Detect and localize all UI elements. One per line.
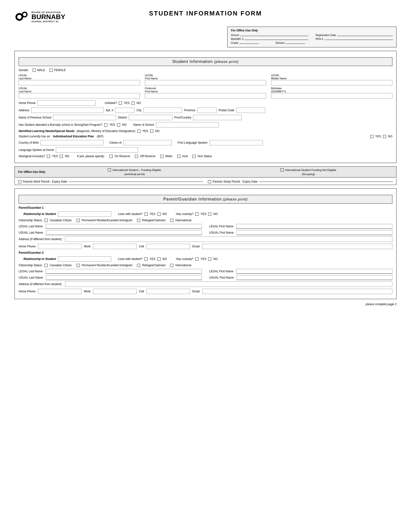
reg-date-underline[interactable] bbox=[337, 36, 393, 36]
custody-yes-checkbox[interactable] bbox=[195, 213, 198, 216]
legal-first-name-input[interactable] bbox=[145, 80, 266, 85]
pg1-cell-input[interactable] bbox=[147, 244, 190, 249]
city-label: City bbox=[136, 109, 141, 112]
pg2-home-phone-input[interactable] bbox=[38, 289, 82, 294]
apt-input[interactable] bbox=[115, 108, 134, 113]
lives-with2-yes-checkbox[interactable] bbox=[145, 257, 148, 261]
learning-needs-yes-checkbox[interactable] bbox=[137, 130, 140, 133]
unlisted-no-checkbox[interactable] bbox=[131, 102, 135, 105]
pg1-usual-last-input[interactable] bbox=[46, 230, 202, 235]
pg1-email-input[interactable] bbox=[202, 244, 392, 249]
birthdate-input[interactable] bbox=[271, 93, 392, 98]
lives-with2-no-checkbox[interactable] bbox=[157, 257, 160, 261]
iep-no-checkbox[interactable] bbox=[383, 135, 386, 138]
pg2-address-input[interactable] bbox=[65, 282, 392, 287]
custody2-no-checkbox[interactable] bbox=[208, 257, 211, 261]
pg2-cell-input[interactable] bbox=[147, 289, 190, 294]
usual-last-name-input[interactable] bbox=[19, 93, 140, 98]
study-permit-checkbox[interactable] bbox=[208, 180, 211, 183]
aboriginal-no-checkbox[interactable] bbox=[60, 155, 63, 158]
pg1-usual-last-label: USUAL Last Name bbox=[19, 231, 43, 234]
pg2-legal-first-input[interactable] bbox=[236, 269, 392, 274]
postal-code-input[interactable] bbox=[236, 108, 265, 113]
pg2-legal-last-input[interactable] bbox=[46, 269, 202, 274]
unlisted-yes-checkbox[interactable] bbox=[119, 102, 122, 105]
lang-home-input[interactable] bbox=[56, 147, 138, 152]
myedbc-underline[interactable] bbox=[245, 40, 308, 40]
citizen-of-input[interactable] bbox=[123, 140, 172, 145]
name-of-school-input[interactable] bbox=[156, 122, 219, 127]
province-label: Province bbox=[184, 109, 195, 112]
refugee-checkbox[interactable] bbox=[137, 219, 140, 222]
usual-last-label1: USUAL bbox=[19, 87, 140, 90]
pg1-label: Parent/Guardian 1 bbox=[19, 206, 44, 209]
prov-country-input[interactable] bbox=[193, 115, 242, 120]
country-birth-input[interactable] bbox=[41, 140, 103, 145]
pg1-work-input[interactable] bbox=[93, 244, 137, 249]
off-reserve-checkbox[interactable] bbox=[135, 155, 138, 158]
refugee2-checkbox[interactable] bbox=[137, 264, 140, 267]
pg1-legal-last-input[interactable] bbox=[46, 224, 202, 229]
on-reserve-checkbox[interactable] bbox=[110, 155, 113, 158]
perm-res2-checkbox[interactable] bbox=[77, 264, 80, 267]
division-underline[interactable] bbox=[286, 44, 305, 44]
pg2-usual-last-input[interactable] bbox=[46, 275, 202, 280]
legal-middle-name-input[interactable] bbox=[271, 80, 392, 85]
city-input[interactable] bbox=[143, 108, 182, 113]
refugee-label: Refugee/Claimant bbox=[142, 218, 165, 222]
lives-with-no-checkbox[interactable] bbox=[157, 213, 160, 216]
custody2-label: Has custody? bbox=[176, 257, 194, 261]
legal-last-label2: Last Name bbox=[19, 77, 140, 80]
custody-no-checkbox[interactable] bbox=[208, 213, 211, 216]
pg2-work-input[interactable] bbox=[93, 289, 137, 294]
legal-middle-label2: Middle Name bbox=[271, 77, 392, 80]
learning-needs-no-checkbox[interactable] bbox=[150, 130, 153, 133]
pg2-usual-first-input[interactable] bbox=[237, 275, 392, 280]
intl-eligible-sub: (work/study permit) bbox=[124, 173, 145, 176]
office-use-label: For Office Use Only bbox=[18, 170, 45, 174]
work-permit-checkbox[interactable] bbox=[18, 180, 21, 183]
district-input[interactable] bbox=[129, 115, 172, 120]
iep-yes-checkbox[interactable] bbox=[370, 135, 373, 138]
custody2-yes-checkbox[interactable] bbox=[195, 257, 198, 261]
address-input[interactable] bbox=[31, 108, 104, 113]
metis-checkbox[interactable] bbox=[160, 155, 163, 158]
intl-eligible-checkbox[interactable] bbox=[108, 168, 111, 171]
province-input[interactable] bbox=[197, 108, 217, 113]
pg1-relationship-input[interactable] bbox=[58, 211, 111, 217]
prev-school-input[interactable] bbox=[53, 115, 116, 120]
burnaby-no-checkbox[interactable] bbox=[117, 123, 120, 126]
postal-code-label: Postal Code bbox=[219, 109, 234, 112]
pg2-email-input[interactable] bbox=[202, 289, 392, 294]
aboriginal-yes-checkbox[interactable] bbox=[47, 155, 50, 158]
pg1-address-input[interactable] bbox=[65, 237, 392, 242]
pen-underline[interactable] bbox=[324, 40, 393, 40]
study-permit-underline[interactable] bbox=[259, 182, 393, 182]
pg1-legal-first-input[interactable] bbox=[236, 224, 392, 229]
pg1-home-phone-input[interactable] bbox=[38, 244, 82, 249]
gender-row: Gender MALE FEMALE bbox=[19, 68, 392, 72]
preferred-first-name-input[interactable] bbox=[145, 93, 266, 98]
male-checkbox[interactable] bbox=[33, 69, 36, 72]
canadian-checkbox[interactable] bbox=[45, 219, 48, 222]
school-underline[interactable] bbox=[240, 36, 308, 36]
preferred-label2: First Name bbox=[145, 90, 266, 93]
pg2-relationship-input[interactable] bbox=[58, 256, 111, 262]
custody2-no-label: NO bbox=[213, 257, 218, 261]
work-permit-underline[interactable] bbox=[68, 182, 203, 182]
lives-with-yes-checkbox[interactable] bbox=[145, 213, 148, 216]
intl-not-eligible-checkbox[interactable] bbox=[280, 168, 284, 171]
burnaby-yes-checkbox[interactable] bbox=[104, 123, 107, 126]
first-lang-input[interactable] bbox=[210, 140, 263, 145]
non-status-checkbox[interactable] bbox=[192, 155, 196, 158]
intl-checkbox[interactable] bbox=[170, 219, 173, 222]
intl2-checkbox[interactable] bbox=[170, 264, 173, 267]
legal-last-name-input[interactable] bbox=[19, 80, 140, 85]
inuit-checkbox[interactable] bbox=[177, 155, 180, 158]
female-checkbox[interactable] bbox=[50, 69, 53, 72]
canadian2-checkbox[interactable] bbox=[45, 264, 48, 267]
grade-underline[interactable] bbox=[239, 44, 259, 44]
perm-res-checkbox[interactable] bbox=[77, 219, 80, 222]
pg1-usual-first-input[interactable] bbox=[237, 230, 392, 235]
home-phone-input[interactable] bbox=[37, 100, 95, 106]
